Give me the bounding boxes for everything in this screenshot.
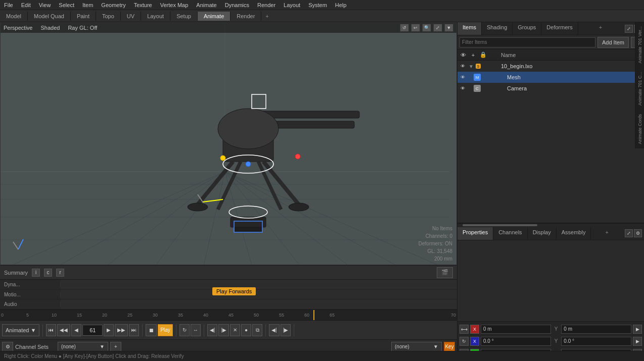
- next-key-btn[interactable]: ▶▶: [115, 324, 128, 336]
- viewport-undo-btn[interactable]: ↩: [411, 24, 420, 32]
- nav-prev-btn[interactable]: ◀|: [269, 324, 280, 336]
- item-expand-icon[interactable]: ▼: [467, 62, 475, 70]
- go-end-btn[interactable]: ⏭: [129, 324, 139, 336]
- item-vis-icon-camera[interactable]: 👁: [458, 84, 467, 92]
- tab-setup[interactable]: Setup: [170, 12, 198, 21]
- stop-btn[interactable]: ⏹: [146, 324, 157, 336]
- key-copy-btn[interactable]: ⧉: [252, 324, 262, 336]
- props-expand-btn[interactable]: ⤢: [625, 229, 633, 237]
- col-eye-2[interactable]: +: [469, 50, 478, 60]
- anim-rot-x-icon[interactable]: X: [470, 337, 479, 346]
- menu-view[interactable]: View: [35, 1, 55, 9]
- menu-system[interactable]: System: [304, 1, 331, 9]
- tab-model-quad[interactable]: Model Quad: [28, 12, 71, 21]
- timeline-c-btn[interactable]: c: [44, 269, 52, 277]
- anim-pos-arrow[interactable]: ▶: [633, 325, 642, 334]
- items-scrollbar[interactable]: [457, 223, 644, 227]
- item-type-icon-mesh: M: [474, 74, 481, 81]
- frame-display[interactable]: 61: [82, 325, 103, 336]
- item-vis-icon-mesh[interactable]: 👁: [458, 73, 467, 81]
- item-vis-icon[interactable]: 👁: [458, 62, 467, 70]
- panel-tab-groups[interactable]: Groups: [513, 22, 541, 35]
- menu-texture[interactable]: Texture: [130, 1, 156, 9]
- next-frame-btn[interactable]: ▶: [104, 324, 114, 336]
- tab-render[interactable]: Render: [231, 12, 261, 21]
- props-tabs: Properties Channels Display Assembly + ⤢…: [457, 227, 644, 240]
- props-tab-properties[interactable]: Properties: [457, 227, 493, 240]
- items-list: 👁 ▼ S 10_begin.lxo 👁 M Mesh: [457, 61, 644, 141]
- loop-btn[interactable]: ↻: [179, 324, 190, 336]
- prev-key2-btn[interactable]: ◀|: [207, 324, 218, 336]
- tab-model[interactable]: Model: [0, 12, 28, 21]
- channel-sets-add-btn[interactable]: +: [110, 342, 121, 352]
- tab-animate[interactable]: Animate: [198, 12, 231, 21]
- channel-sets-dropdown[interactable]: (none) ▼: [58, 342, 108, 352]
- statusbar: Right Click: Color Menu ● [Any Key]-[Any…: [0, 351, 644, 361]
- list-item-scene[interactable]: 👁 ▼ S 10_begin.lxo: [457, 61, 644, 72]
- track-motio-content[interactable]: [61, 290, 457, 299]
- panel-tab-items[interactable]: Items: [457, 22, 482, 35]
- menu-animate[interactable]: Animate: [192, 1, 220, 9]
- prev-frame-btn[interactable]: ◀: [71, 324, 81, 336]
- props-tab-plus[interactable]: +: [601, 227, 612, 240]
- animated-dropdown[interactable]: Animated ▼: [2, 324, 39, 336]
- timeline-r-btn[interactable]: r: [56, 269, 64, 277]
- props-tab-assembly[interactable]: Assembly: [557, 227, 591, 240]
- next-key2-btn[interactable]: |▶: [218, 324, 229, 336]
- viewport-3d[interactable]: Perspective Shaded Ray GL: Off ↺ ↩ 🔍 ⤢ ▼…: [0, 22, 457, 265]
- tab-plus[interactable]: +: [261, 12, 272, 21]
- menu-dynamics[interactable]: Dynamics: [221, 1, 253, 9]
- panel-tab-plus[interactable]: +: [595, 22, 606, 35]
- viewport-expand-btn[interactable]: ⤢: [433, 24, 442, 32]
- menu-geometry[interactable]: Geometry: [97, 1, 129, 9]
- anim-pos-y-lbl: Y: [553, 326, 560, 332]
- menu-vertex-map[interactable]: Vertex Map: [156, 1, 193, 9]
- list-item-mesh[interactable]: 👁 M Mesh: [457, 72, 644, 83]
- tab-topo[interactable]: Topo: [96, 12, 121, 21]
- col-eye-3[interactable]: 🔒: [479, 50, 488, 60]
- menu-layout[interactable]: Layout: [280, 1, 304, 9]
- menu-help[interactable]: Help: [331, 1, 351, 9]
- props-settings-btn[interactable]: ⚙: [634, 229, 642, 237]
- timeline-i-btn[interactable]: i: [32, 269, 40, 277]
- timeline-camera-btn[interactable]: 🎬: [437, 267, 453, 278]
- go-start-btn[interactable]: ⏮: [46, 324, 56, 336]
- viewport-search-btn[interactable]: 🔍: [422, 24, 431, 32]
- nav-next-btn[interactable]: |▶: [281, 324, 291, 336]
- track-dyna-content[interactable]: [61, 280, 457, 289]
- panel-expand-btn[interactable]: ⤢: [625, 25, 633, 33]
- list-item-camera[interactable]: 👁 C Camera: [457, 83, 644, 94]
- menu-item[interactable]: Item: [78, 1, 97, 9]
- panel-tab-deformers[interactable]: Deformers: [541, 22, 578, 35]
- anim-pos-x-icon[interactable]: X: [470, 325, 479, 334]
- prev-key-btn[interactable]: ◀◀: [57, 324, 70, 336]
- menu-file[interactable]: File: [0, 1, 17, 9]
- props-tab-channels[interactable]: Channels: [493, 227, 527, 240]
- track-audio-content[interactable]: [61, 299, 457, 309]
- anim-rot-icon[interactable]: ↻: [459, 337, 469, 346]
- filter-items-input[interactable]: [459, 37, 595, 47]
- key-sets-dropdown[interactable]: (none) ▼: [391, 342, 442, 352]
- key-btn[interactable]: Key: [444, 342, 455, 352]
- tab-uv[interactable]: UV: [121, 12, 141, 21]
- menu-render[interactable]: Render: [253, 1, 280, 9]
- pingpong-btn[interactable]: ↔: [191, 324, 201, 336]
- tab-paint[interactable]: Paint: [71, 12, 96, 21]
- menu-select[interactable]: Select: [55, 1, 78, 9]
- viewport-header: Perspective Shaded Ray GL: Off ↺ ↩ 🔍 ⤢ ▼: [1, 23, 456, 33]
- props-tab-display[interactable]: Display: [528, 227, 557, 240]
- track-audio-label: Audio: [0, 301, 61, 307]
- anim-pos-icon[interactable]: ⟷: [459, 325, 469, 334]
- menu-edit[interactable]: Edit: [17, 1, 35, 9]
- channel-sets-icon[interactable]: ⚙: [2, 342, 13, 352]
- viewport-refresh-btn[interactable]: ↺: [400, 24, 409, 32]
- key-delete-btn[interactable]: ✕: [230, 324, 240, 336]
- col-eye-1[interactable]: 👁: [458, 50, 468, 60]
- tab-layout[interactable]: Layout: [141, 12, 170, 21]
- add-item-btn[interactable]: Add Item: [597, 37, 629, 48]
- anim-rot-arrow[interactable]: ▶: [633, 337, 642, 346]
- key-add-btn[interactable]: ●: [241, 324, 251, 336]
- panel-tab-shading[interactable]: Shading: [482, 22, 513, 35]
- viewport-menu-btn[interactable]: ▼: [444, 24, 453, 32]
- play-btn[interactable]: Play: [158, 324, 172, 336]
